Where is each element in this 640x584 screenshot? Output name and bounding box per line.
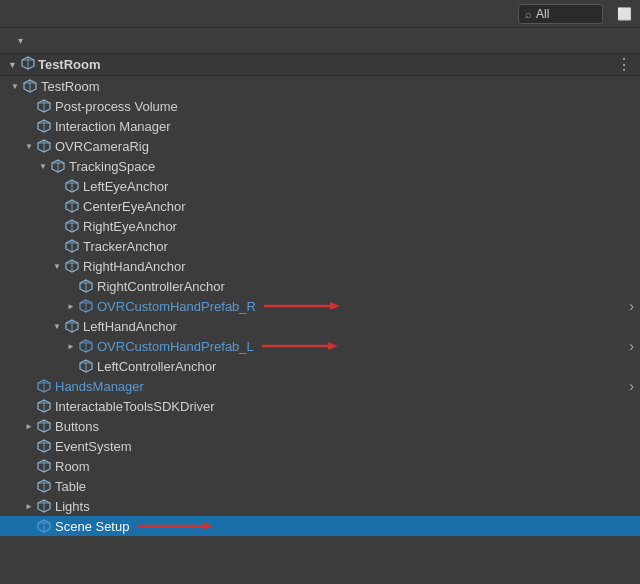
item-label: Post-process Volume	[55, 99, 178, 114]
item-label: Interaction Manager	[55, 119, 171, 134]
item-label: OVRCameraRig	[55, 139, 149, 154]
item-label: RightControllerAnchor	[97, 279, 225, 294]
cube-icon	[36, 418, 52, 434]
expand-arrow[interactable]: ►	[22, 496, 36, 516]
item-label: LeftControllerAnchor	[97, 359, 216, 374]
item-label: InteractableToolsSDKDriver	[55, 399, 215, 414]
cube-icon	[36, 478, 52, 494]
cube-icon	[36, 498, 52, 514]
tree-item-centereyeanchor[interactable]: CenterEyeAnchor	[0, 196, 640, 216]
expand-arrow[interactable]: ▼	[50, 316, 64, 336]
tree-item-righthandanchor[interactable]: ▼RightHandAnchor	[0, 256, 640, 276]
tree-item-lights[interactable]: ►Lights	[0, 496, 640, 516]
cube-icon	[64, 258, 80, 274]
item-label: Table	[55, 479, 86, 494]
tree-item-trackeranchor[interactable]: TrackerAnchor	[0, 236, 640, 256]
tree-item-interactabletoolssdkdriver[interactable]: InteractableToolsSDKDriver	[0, 396, 640, 416]
cube-icon-testroom	[21, 56, 35, 73]
cube-icon	[78, 358, 94, 374]
tree-item-buttons[interactable]: ►Buttons	[0, 416, 640, 436]
expand-arrow[interactable]: ►	[64, 296, 78, 316]
item-label: CenterEyeAnchor	[83, 199, 186, 214]
tree-item-ovrcamerarig[interactable]: ▼OVRCameraRig	[0, 136, 640, 156]
right-chevron[interactable]: ›	[629, 378, 634, 394]
tree-item-table[interactable]: Table	[0, 476, 640, 496]
search-icon: ⌕	[525, 8, 532, 20]
toolbar: ▾	[0, 28, 640, 54]
cube-icon	[50, 158, 66, 174]
tree-item-lefthandanchor[interactable]: ▼LeftHandAnchor	[0, 316, 640, 336]
tree-item-righteyeanchor[interactable]: RightEyeAnchor	[0, 216, 640, 236]
svg-marker-48	[328, 342, 338, 350]
tree-item-handsmanager[interactable]: HandsManager›	[0, 376, 640, 396]
item-label: TrackingSpace	[69, 159, 155, 174]
item-label: RightHandAnchor	[83, 259, 186, 274]
maximize-icon[interactable]: ⬜	[617, 7, 632, 21]
expand-arrow[interactable]: ▼	[50, 256, 64, 276]
tree-item-lefteyeanchor[interactable]: LeftEyeAnchor	[0, 176, 640, 196]
item-label: TestRoom	[41, 79, 100, 94]
cube-icon	[64, 238, 80, 254]
cube-icon	[36, 138, 52, 154]
item-label: EventSystem	[55, 439, 132, 454]
cube-icon	[36, 458, 52, 474]
tree-item-ovrcustomhandprefab_r[interactable]: ►OVRCustomHandPrefab_R ›	[0, 296, 640, 316]
section-header: ▼ TestRoom ⋮	[0, 54, 640, 76]
item-label: OVRCustomHandPrefab_R	[97, 299, 256, 314]
expand-arrow[interactable]: ►	[22, 416, 36, 436]
tree-item-testroom[interactable]: ▼TestRoom	[0, 76, 640, 96]
expand-arrow[interactable]: ▼	[36, 156, 50, 176]
expand-arrow[interactable]: ▼	[8, 76, 22, 96]
red-arrow	[137, 518, 217, 535]
cube-icon	[36, 398, 52, 414]
item-label: Lights	[55, 499, 90, 514]
cube-icon	[36, 378, 52, 394]
item-label: LeftEyeAnchor	[83, 179, 168, 194]
tree-item-interaction-manager[interactable]: Interaction Manager	[0, 116, 640, 136]
red-arrow	[262, 338, 342, 355]
right-chevron[interactable]: ›	[629, 298, 634, 314]
cube-icon	[64, 178, 80, 194]
item-label: OVRCustomHandPrefab_L	[97, 339, 254, 354]
item-label: HandsManager	[55, 379, 144, 394]
cube-icon	[36, 438, 52, 454]
search-bar[interactable]: ⌕	[518, 4, 603, 24]
tree-item-post-process[interactable]: Post-process Volume	[0, 96, 640, 116]
tree-item-room[interactable]: Room	[0, 456, 640, 476]
svg-marker-40	[330, 302, 340, 310]
cube-icon	[36, 518, 52, 534]
cube-icon	[64, 218, 80, 234]
right-chevron[interactable]: ›	[629, 338, 634, 354]
item-label: LeftHandAnchor	[83, 319, 177, 334]
tree-item-rightcontrolleranchor[interactable]: RightControllerAnchor	[0, 276, 640, 296]
cube-icon	[78, 338, 94, 354]
tree-item-leftcontrolleranchor[interactable]: LeftControllerAnchor	[0, 356, 640, 376]
expand-testroom[interactable]: ▼	[8, 60, 17, 70]
item-label: Scene Setup	[55, 519, 129, 534]
cube-icon	[22, 78, 38, 94]
hierarchy-panel: ⌕ ⬜ ▾ ▼ TestRoom ⋮ ▼TestRoomPost-process…	[0, 0, 640, 584]
search-input[interactable]	[536, 7, 596, 21]
item-label: Buttons	[55, 419, 99, 434]
cube-icon	[78, 278, 94, 294]
tree-item-eventsystem[interactable]: EventSystem	[0, 436, 640, 456]
dots-menu[interactable]: ⋮	[616, 55, 632, 74]
cube-icon	[78, 298, 94, 314]
item-label: RightEyeAnchor	[83, 219, 177, 234]
red-arrow	[264, 298, 344, 315]
testroom-label: TestRoom	[38, 57, 101, 72]
tree-item-ovrcustomhandprefab_l[interactable]: ►OVRCustomHandPrefab_L ›	[0, 336, 640, 356]
item-label: Room	[55, 459, 90, 474]
tree-item-scene-setup[interactable]: Scene Setup	[0, 516, 640, 536]
tree-container[interactable]: ▼TestRoomPost-process VolumeInteraction …	[0, 76, 640, 584]
cube-icon	[64, 198, 80, 214]
expand-arrow[interactable]: ▼	[22, 136, 36, 156]
cube-icon	[36, 98, 52, 114]
cube-icon	[36, 118, 52, 134]
tree-item-trackingspace[interactable]: ▼TrackingSpace	[0, 156, 640, 176]
cube-icon	[64, 318, 80, 334]
expand-arrow[interactable]: ►	[64, 336, 78, 356]
item-label: TrackerAnchor	[83, 239, 168, 254]
dropdown-arrow[interactable]: ▾	[18, 35, 23, 46]
panel-header: ⌕ ⬜	[0, 0, 640, 28]
